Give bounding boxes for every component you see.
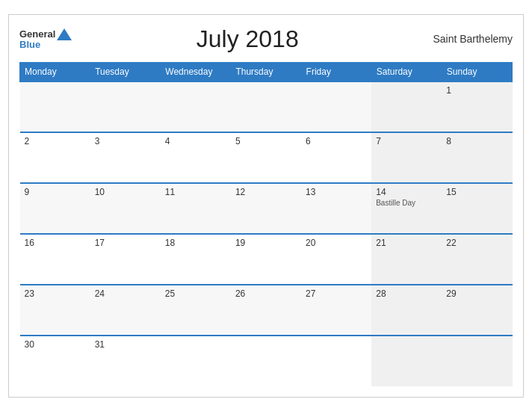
day-number: 22 <box>446 238 507 248</box>
day-number: 18 <box>165 238 226 248</box>
day-number: 6 <box>306 136 367 146</box>
col-saturday: Saturday <box>371 62 442 81</box>
day-cell: 3 <box>90 132 161 183</box>
week-row-6: 3031 <box>20 336 513 386</box>
day-cell: 17 <box>90 234 161 285</box>
day-number: 26 <box>235 288 297 299</box>
day-cell: 7 <box>371 132 442 183</box>
day-cell: 1 <box>442 81 512 132</box>
day-cell <box>371 81 442 132</box>
day-number: 14 <box>376 187 437 197</box>
day-number: 13 <box>306 187 367 197</box>
week-row-5: 23242526272829 <box>20 285 513 336</box>
day-cell: 14Bastille Day <box>371 183 442 234</box>
calendar-table: Monday Tuesday Wednesday Thursday Friday… <box>19 62 513 386</box>
day-cell <box>442 336 512 386</box>
day-cell: 16 <box>20 234 90 285</box>
week-row-1: 1 <box>20 81 513 132</box>
day-cell: 27 <box>301 285 371 336</box>
week-row-3: 91011121314Bastille Day15 <box>20 183 513 234</box>
day-number: 5 <box>235 136 297 146</box>
day-number: 21 <box>376 238 437 248</box>
day-cell: 11 <box>161 183 231 234</box>
day-number: 12 <box>235 187 297 197</box>
logo-blue-text: Blue <box>19 39 40 50</box>
day-number: 7 <box>376 136 437 146</box>
day-cell: 25 <box>161 285 231 336</box>
day-cell <box>301 336 371 386</box>
week-row-2: 2345678 <box>20 132 513 183</box>
day-cell: 22 <box>442 234 512 285</box>
col-tuesday: Tuesday <box>90 62 161 81</box>
day-number: 11 <box>165 187 226 197</box>
day-cell <box>231 336 301 386</box>
day-cell: 30 <box>20 336 90 386</box>
day-number: 27 <box>306 288 367 299</box>
day-number: 30 <box>25 339 86 350</box>
col-monday: Monday <box>20 62 90 81</box>
day-cell <box>161 336 231 386</box>
calendar-title: July 2018 <box>72 25 423 53</box>
calendar-container: General Blue July 2018 Saint Barthelemy … <box>8 14 524 398</box>
day-event: Bastille Day <box>376 199 437 207</box>
day-cell: 26 <box>231 285 301 336</box>
col-wednesday: Wednesday <box>161 62 231 81</box>
day-number: 15 <box>446 187 507 197</box>
day-number: 9 <box>25 187 86 197</box>
day-number: 16 <box>25 238 86 248</box>
day-cell <box>231 81 301 132</box>
day-cell: 29 <box>442 285 512 336</box>
day-number: 28 <box>376 288 437 299</box>
day-cell <box>161 81 231 132</box>
day-cell: 10 <box>90 183 161 234</box>
col-sunday: Sunday <box>442 62 512 81</box>
logo-triangle-icon <box>57 28 72 40</box>
day-cell: 5 <box>231 132 301 183</box>
day-number: 29 <box>446 288 507 299</box>
calendar-region: Saint Barthelemy <box>423 33 513 45</box>
day-number: 10 <box>95 187 156 197</box>
weekday-header-row: Monday Tuesday Wednesday Thursday Friday… <box>20 62 513 81</box>
day-cell: 24 <box>90 285 161 336</box>
day-number: 1 <box>446 85 507 96</box>
day-cell <box>20 81 90 132</box>
day-cell: 2 <box>20 132 90 183</box>
day-cell: 12 <box>231 183 301 234</box>
logo: General Blue <box>19 28 72 50</box>
col-friday: Friday <box>301 62 371 81</box>
day-number: 20 <box>306 238 367 248</box>
day-number: 2 <box>25 136 86 146</box>
day-cell: 20 <box>301 234 371 285</box>
day-number: 19 <box>235 238 297 248</box>
day-cell <box>301 81 371 132</box>
day-number: 3 <box>95 136 156 146</box>
day-cell: 31 <box>90 336 161 386</box>
day-cell <box>371 336 442 386</box>
day-cell: 6 <box>301 132 371 183</box>
day-number: 4 <box>165 136 226 146</box>
calendar-header: General Blue July 2018 Saint Barthelemy <box>19 22 513 56</box>
col-thursday: Thursday <box>231 62 301 81</box>
day-cell: 18 <box>161 234 231 285</box>
day-number: 8 <box>446 136 507 146</box>
day-cell: 15 <box>442 183 512 234</box>
day-number: 25 <box>165 288 226 299</box>
day-cell: 9 <box>20 183 90 234</box>
day-cell: 28 <box>371 285 442 336</box>
day-cell: 4 <box>161 132 231 183</box>
week-row-4: 16171819202122 <box>20 234 513 285</box>
day-cell <box>90 81 161 132</box>
day-cell: 21 <box>371 234 442 285</box>
day-number: 17 <box>95 238 156 248</box>
day-number: 23 <box>25 288 86 299</box>
day-cell: 8 <box>442 132 512 183</box>
day-cell: 19 <box>231 234 301 285</box>
day-cell: 23 <box>20 285 90 336</box>
day-cell: 13 <box>301 183 371 234</box>
day-number: 24 <box>95 288 156 299</box>
day-number: 31 <box>95 339 156 350</box>
